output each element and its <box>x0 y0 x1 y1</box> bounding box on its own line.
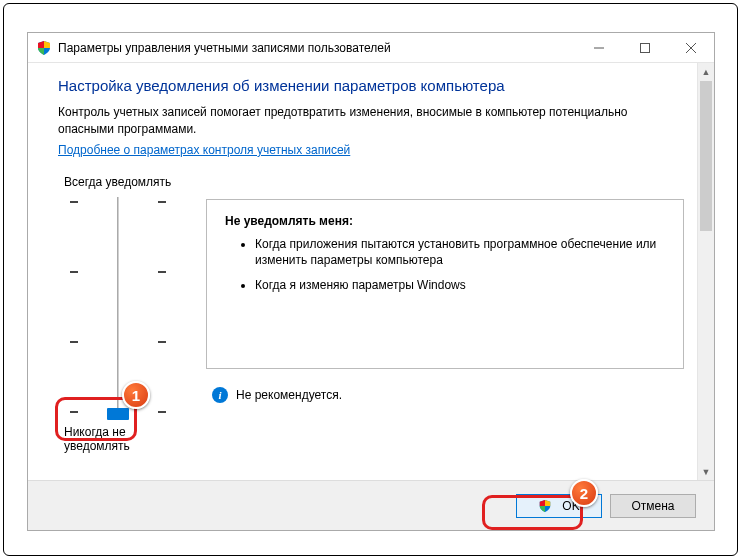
info-bullet: Когда я изменяю параметры Windows <box>255 277 665 294</box>
recommendation-text: Не рекомендуется. <box>236 388 342 402</box>
slider-tick <box>70 411 78 413</box>
slider-tick <box>158 411 166 413</box>
slider-tick <box>158 201 166 203</box>
shield-icon <box>538 499 552 513</box>
scroll-down-icon[interactable]: ▼ <box>698 463 714 480</box>
titlebar: Параметры управления учетными записями п… <box>28 33 714 63</box>
description-text: Контроль учетных записей помогает предот… <box>58 104 684 138</box>
slider-thumb[interactable] <box>107 408 129 420</box>
slider-tick <box>70 201 78 203</box>
content-area: Настройка уведомления об изменении парам… <box>28 63 714 480</box>
uac-window: Параметры управления учетными записями п… <box>27 32 715 531</box>
vertical-scrollbar[interactable]: ▲ ▼ <box>697 63 714 480</box>
scroll-thumb[interactable] <box>700 81 712 231</box>
slider-tick <box>158 341 166 343</box>
slider-tick <box>70 271 78 273</box>
scroll-up-icon[interactable]: ▲ <box>698 63 714 80</box>
window-title: Параметры управления учетными записями п… <box>58 41 576 55</box>
info-title: Не уведомлять меня: <box>225 214 665 228</box>
slider-tick <box>70 341 78 343</box>
slider-column: Всегда уведомлять Никогда не уведомлят <box>58 175 178 453</box>
minimize-button[interactable] <box>576 33 622 62</box>
page-heading: Настройка уведомления об изменении парам… <box>58 77 684 94</box>
slider-top-label: Всегда уведомлять <box>58 175 171 189</box>
slider-tick <box>158 271 166 273</box>
info-bullet: Когда приложения пытаются установить про… <box>255 236 665 270</box>
dialog-footer: OK Отмена <box>28 480 714 530</box>
info-box: Не уведомлять меня: Когда приложения пыт… <box>206 199 684 369</box>
learn-more-link[interactable]: Подробнее о параметрах контроля учетных … <box>58 143 350 157</box>
tutorial-frame: Параметры управления учетными записями п… <box>3 3 738 556</box>
shield-icon <box>36 40 52 56</box>
info-list: Когда приложения пытаются установить про… <box>225 236 665 294</box>
svg-rect-1 <box>641 43 650 52</box>
slider-track <box>117 197 120 417</box>
maximize-button[interactable] <box>622 33 668 62</box>
cancel-button[interactable]: Отмена <box>610 494 696 518</box>
info-column: Не уведомлять меня: Когда приложения пыт… <box>206 175 684 453</box>
window-controls <box>576 33 714 62</box>
tutorial-badge: 1 <box>122 381 150 409</box>
info-icon: i <box>212 387 228 403</box>
tutorial-badge: 2 <box>570 479 598 507</box>
slider-bottom-label: Никогда не уведомлять <box>58 425 178 453</box>
recommendation-row: i Не рекомендуется. <box>206 387 684 403</box>
close-button[interactable] <box>668 33 714 62</box>
slider-area: Всегда уведомлять Никогда не уведомлят <box>58 175 684 453</box>
cancel-button-label: Отмена <box>631 499 674 513</box>
